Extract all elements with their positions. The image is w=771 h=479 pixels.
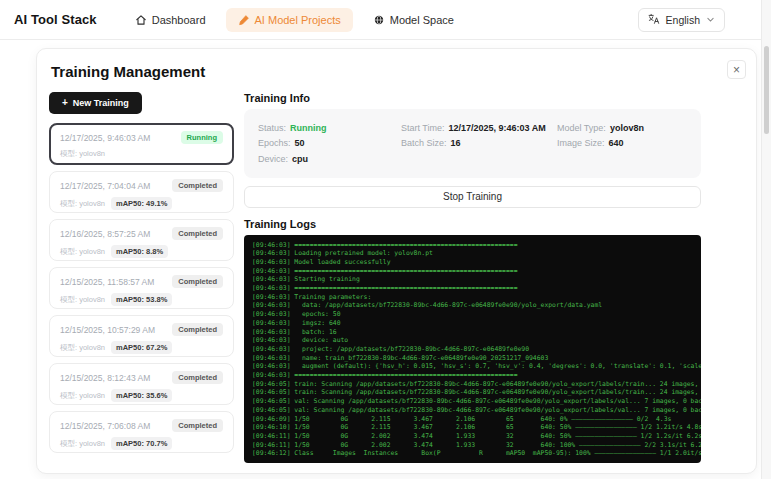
info-field: Status: Running xyxy=(258,120,401,136)
log-line: [09:46:03] device: auto xyxy=(252,336,693,345)
training-run-card[interactable]: 12/15/2025, 10:57:29 AM Completed 模型: yo… xyxy=(49,315,234,357)
status-badge: Completed xyxy=(172,179,223,192)
log-line: [09:46:03] =============================… xyxy=(252,267,693,276)
log-line: [09:46:03] data: /app/datasets/bf722830-… xyxy=(252,301,693,310)
top-navbar: AI Tool Stack Dashboard AI Model Project… xyxy=(0,0,771,40)
training-run-card[interactable]: 12/15/2025, 8:12:43 AM Completed 模型: yol… xyxy=(49,363,234,405)
new-training-label: New Training xyxy=(73,98,129,108)
page-title: Training Management xyxy=(51,63,744,80)
info-field-label: Device: xyxy=(258,154,288,164)
language-selector[interactable]: English xyxy=(638,8,725,32)
log-line: [09:46:05] train: Scanning /app/datasets… xyxy=(252,380,693,389)
status-badge: Completed xyxy=(172,275,223,288)
log-line: [09:46:03] name: train_bf722830-89bc-4d6… xyxy=(252,354,693,363)
training-logs-terminal[interactable]: [09:46:03] =============================… xyxy=(244,235,701,463)
run-timestamp: 12/15/2025, 8:12:43 AM xyxy=(60,373,150,383)
run-model-label: 模型: yolov8n xyxy=(60,149,105,159)
map50-badge: mAP50: 49.1% xyxy=(111,197,172,210)
nav-item-ai-model-projects[interactable]: AI Model Projects xyxy=(226,8,353,32)
log-line: [09:46:03] Training parameters: xyxy=(252,293,693,302)
new-training-button[interactable]: + New Training xyxy=(49,92,142,114)
run-timestamp: 12/16/2025, 8:57:25 AM xyxy=(60,229,150,239)
map50-badge: mAP50: 8.8% xyxy=(111,245,168,258)
training-run-card[interactable]: 12/15/2025, 7:06:08 AM Completed 模型: yol… xyxy=(49,411,234,453)
training-run-list: + New Training 12/17/2025, 9:46:03 AM Ru… xyxy=(49,92,234,463)
info-field-value: 50 xyxy=(295,138,305,148)
training-management-modal: Training Management × + New Training 12/… xyxy=(36,48,757,474)
nav-item-label: Dashboard xyxy=(152,14,206,26)
scrollbar-thumb[interactable] xyxy=(764,46,769,134)
info-field-value: yolov8n xyxy=(610,123,644,133)
info-field-label: Model Type: xyxy=(557,123,606,133)
training-run-card[interactable]: 12/17/2025, 9:46:03 AM Running 模型: yolov… xyxy=(49,123,234,165)
map50-badge: mAP50: 70.7% xyxy=(111,437,172,450)
status-badge: Completed xyxy=(172,371,223,384)
log-line: [09:46:03] batch: 16 xyxy=(252,328,693,337)
info-field-value: 16 xyxy=(451,138,461,148)
log-line: [09:46:03] imgsz: 640 xyxy=(252,319,693,328)
run-model-label: 模型: yolov8n xyxy=(60,391,105,401)
home-icon xyxy=(135,14,147,26)
training-info-panel: Status: Running Epochs: 50 Device: cpu xyxy=(244,109,701,178)
close-button[interactable]: × xyxy=(727,60,746,79)
info-field-value: 12/17/2025, 9:46:03 AM xyxy=(449,123,546,133)
log-line: [09:46:05] val: Scanning /app/datasets/b… xyxy=(252,406,693,415)
run-timestamp: 12/17/2025, 7:04:04 AM xyxy=(60,181,150,191)
run-timestamp: 12/17/2025, 9:46:03 AM xyxy=(60,133,150,143)
info-field: Start Time: 12/17/2025, 9:46:03 AM xyxy=(401,120,557,136)
log-line: [09:46:05] val: Scanning /app/datasets/b… xyxy=(252,397,693,406)
training-run-card[interactable]: 12/17/2025, 7:04:04 AM Completed 模型: yol… xyxy=(49,171,234,213)
info-field-label: Start Time: xyxy=(401,123,445,133)
info-field-label: Image Size: xyxy=(557,138,605,148)
info-field-value: Running xyxy=(290,123,327,133)
status-badge: Running xyxy=(181,131,223,144)
info-field xyxy=(401,151,557,167)
training-info-title: Training Info xyxy=(244,92,701,104)
translate-icon xyxy=(648,13,660,27)
map50-badge: mAP50: 35.6% xyxy=(111,389,172,402)
info-field: Model Type: yolov8n xyxy=(557,120,687,136)
language-label: English xyxy=(666,14,700,26)
stop-training-label: Stop Training xyxy=(443,191,502,202)
nav-item-label: AI Model Projects xyxy=(255,14,341,26)
info-field-label: Status: xyxy=(258,123,286,133)
run-model-label: 模型: yolov8n xyxy=(60,295,105,305)
info-field: Image Size: 640 xyxy=(557,136,687,152)
log-line: [09:46:12] Class Images Instances Box(P … xyxy=(252,449,693,458)
nav-item-dashboard[interactable]: Dashboard xyxy=(123,8,218,32)
run-timestamp: 12/15/2025, 7:06:08 AM xyxy=(60,421,150,431)
log-line: [09:46:09] 1/50 0G 2.115 3.467 2.106 65 … xyxy=(252,415,693,424)
run-model-label: 模型: yolov8n xyxy=(60,439,105,449)
info-field: Epochs: 50 xyxy=(258,136,401,152)
app-brand: AI Tool Stack xyxy=(14,12,97,27)
nav-item-label: Model Space xyxy=(390,14,454,26)
map50-badge: mAP50: 53.8% xyxy=(111,293,172,306)
run-timestamp: 12/15/2025, 10:57:29 AM xyxy=(60,325,155,335)
page-scrollbar[interactable] xyxy=(761,0,771,479)
map50-badge: mAP50: 67.2% xyxy=(111,341,172,354)
info-field-value: 640 xyxy=(609,138,624,148)
log-line: [09:46:03] =============================… xyxy=(252,371,693,380)
log-line: [09:46:03] =============================… xyxy=(252,241,693,250)
info-field: Device: cpu xyxy=(258,151,401,167)
log-line: [09:46:03] epochs: 50 xyxy=(252,310,693,319)
run-model-label: 模型: yolov8n xyxy=(60,199,105,209)
training-run-card[interactable]: 12/15/2025, 11:58:57 AM Completed 模型: yo… xyxy=(49,267,234,309)
globe-icon xyxy=(373,14,385,26)
info-field-value: cpu xyxy=(292,154,308,164)
log-line: [09:46:05] train: Scanning /app/datasets… xyxy=(252,388,693,397)
status-badge: Completed xyxy=(172,419,223,432)
log-line: [09:46:10] 1/50 0G 2.115 3.467 2.106 65 … xyxy=(252,423,693,432)
run-model-label: 模型: yolov8n xyxy=(60,247,105,257)
log-line: [09:46:11] 1/50 0G 2.002 3.474 1.933 32 … xyxy=(252,441,693,450)
run-model-label: 模型: yolov8n xyxy=(60,343,105,353)
stop-training-button[interactable]: Stop Training xyxy=(244,186,701,208)
log-line: [09:46:03] Model loaded successfully xyxy=(252,258,693,267)
close-icon: × xyxy=(733,64,740,76)
nav-item-model-space[interactable]: Model Space xyxy=(361,8,466,32)
training-run-card[interactable]: 12/16/2025, 8:57:25 AM Completed 模型: yol… xyxy=(49,219,234,261)
training-logs-title: Training Logs xyxy=(244,218,701,230)
log-line: [09:46:03] augment (default): {'hsv_h': … xyxy=(252,362,693,371)
chevron-down-icon xyxy=(706,14,715,26)
log-line: [09:46:03] Starting training xyxy=(252,275,693,284)
